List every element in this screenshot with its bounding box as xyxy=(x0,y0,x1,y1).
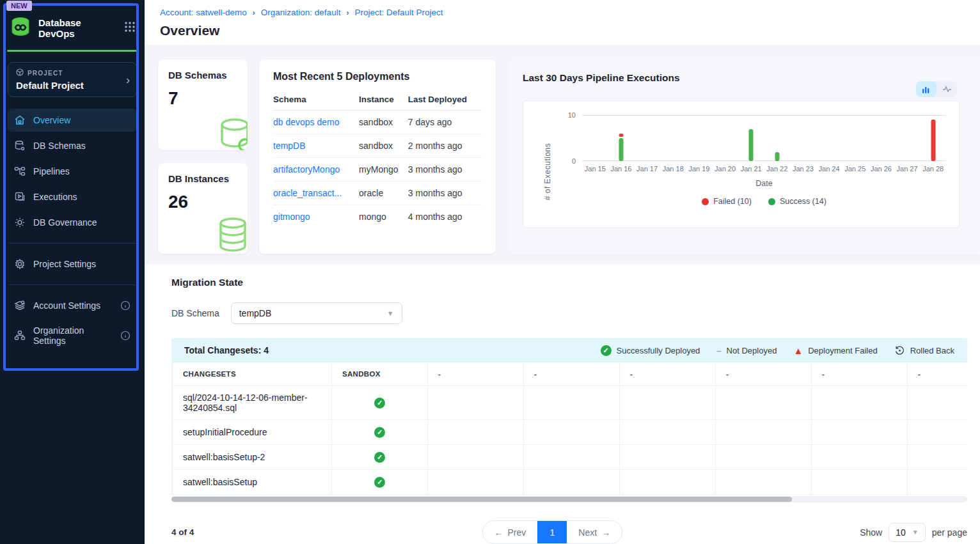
table-row: artifactoryMongomyMongo3 months ago xyxy=(273,158,482,182)
sidebar-item-organization-settings[interactable]: Organization Settings xyxy=(8,320,137,352)
success-bar[interactable] xyxy=(775,152,779,161)
breadcrumb-project[interactable]: Project: Default Project xyxy=(354,8,443,17)
x-tick: Jan 25 xyxy=(844,165,865,173)
empty-cell xyxy=(428,445,524,470)
changesets-col-header: - xyxy=(620,362,716,386)
breadcrumb-organization[interactable]: Organization: default xyxy=(261,8,341,17)
bar-chart-icon xyxy=(922,85,931,94)
schema-link[interactable]: gitmongo xyxy=(273,212,310,222)
breadcrumb-separator: › xyxy=(346,8,349,17)
info-icon[interactable] xyxy=(120,330,130,341)
chevron-right-icon: › xyxy=(126,73,130,86)
last-deployed-cell: 3 months ago xyxy=(408,182,482,205)
changeset-row: satwell:basisSetup✓ xyxy=(173,470,968,495)
last-deployed-cell: 3 months ago xyxy=(408,158,482,182)
schema-link[interactable]: tempDB xyxy=(273,141,306,151)
topbar: Account: satwell-demo › Organization: de… xyxy=(145,0,980,45)
changeset-name: satwell:basisSetup xyxy=(173,470,332,495)
horizontal-scrollbar[interactable] xyxy=(171,496,967,502)
changeset-name: sql/2024-10-14-12-06-member-34240854.sql xyxy=(173,386,332,420)
deployments-title: Most Recent 5 Deployments xyxy=(273,71,482,82)
status-legend: ✓Successfully Deployed–Not Deployed▲Depl… xyxy=(601,345,954,356)
migration-heading: Migration State xyxy=(171,277,967,288)
x-tick: Jan 27 xyxy=(897,165,918,173)
chart-title: Last 30 Days Pipeline Executions xyxy=(523,72,980,84)
empty-cell xyxy=(524,445,620,470)
play-square-icon xyxy=(14,191,26,203)
gear-outline-icon xyxy=(14,217,26,228)
x-tick: Jan 17 xyxy=(636,165,658,173)
org-chart-gear-icon xyxy=(14,330,26,341)
page-title: Overview xyxy=(160,23,965,38)
migration-state-section: Migration State DB Schema tempDB ▼ Total… xyxy=(145,264,980,544)
status-legend-item: ▲Deployment Failed xyxy=(793,346,877,355)
next-page-button[interactable]: Next → xyxy=(567,521,622,543)
page-number-button[interactable]: 1 xyxy=(537,521,567,543)
chart-legend: Failed (10)Success (14) xyxy=(582,197,946,206)
success-bar[interactable] xyxy=(619,138,623,161)
empty-cell xyxy=(428,420,524,445)
sidebar-item-account-settings[interactable]: Account Settings xyxy=(8,294,137,317)
app-grid-icon[interactable] xyxy=(124,21,136,35)
database-logo-icon xyxy=(9,15,32,41)
db-schema-select[interactable]: tempDB ▼ xyxy=(231,302,402,324)
bar-plot xyxy=(582,115,946,161)
brand-row: Database DevOps xyxy=(8,12,137,50)
empty-cell xyxy=(524,470,620,495)
sidebar-item-pipelines[interactable]: Pipelines xyxy=(8,160,137,183)
gear-icon xyxy=(14,258,26,270)
y-axis-title: # of Executions xyxy=(535,115,562,228)
breadcrumb-account[interactable]: Account: satwell-demo xyxy=(160,8,247,17)
y-tick: 10 xyxy=(568,111,576,119)
overview-cards-section: DB Schemas 7 DB Instances 26 xyxy=(145,45,980,264)
sidebar-item-db-governance[interactable]: DB Governance xyxy=(8,211,137,234)
x-tick: Jan 23 xyxy=(793,165,814,173)
changeset-row: satwell:basisSetup-2✓ xyxy=(173,445,968,470)
empty-cell xyxy=(812,386,908,420)
bar-chart-toggle[interactable] xyxy=(916,81,937,97)
arrow-left-icon: ← xyxy=(494,527,503,538)
line-chart-icon xyxy=(942,85,952,93)
status-legend-item: –Not Deployed xyxy=(716,346,777,355)
changesets-col-header: - xyxy=(908,362,968,386)
empty-cell xyxy=(524,420,620,445)
success-bar[interactable] xyxy=(749,129,754,161)
project-selector[interactable]: PROJECT Default Project › xyxy=(8,62,137,97)
deployment-failed-icon: ▲ xyxy=(793,346,803,355)
legend-dot-icon xyxy=(702,198,709,205)
schema-link[interactable]: artifactoryMongo xyxy=(273,164,340,175)
failed-bar[interactable] xyxy=(619,134,623,137)
x-tick: Jan 28 xyxy=(922,165,944,173)
sidebar-item-overview[interactable]: Overview xyxy=(8,109,137,132)
empty-cell xyxy=(716,470,812,495)
stat-label: DB Schemas xyxy=(168,70,237,81)
instance-cell: sandbox xyxy=(359,134,408,158)
failed-bar[interactable] xyxy=(931,120,935,161)
deploy-col-header: Last Deployed xyxy=(408,89,482,111)
home-icon xyxy=(14,114,26,126)
success-check-icon: ✓ xyxy=(374,477,385,488)
info-icon[interactable] xyxy=(120,300,130,311)
empty-cell xyxy=(716,420,812,445)
empty-cell xyxy=(524,386,620,420)
last-deployed-cell: 4 months ago xyxy=(408,205,482,229)
x-tick: Jan 26 xyxy=(871,165,892,173)
page-size-select[interactable]: 10 ▼ xyxy=(889,523,925,542)
prev-page-button[interactable]: ← Prev xyxy=(483,521,538,543)
line-chart-toggle[interactable] xyxy=(937,81,957,97)
changeset-name: satwell:basisSetup-2 xyxy=(173,445,332,470)
success-check-icon: ✓ xyxy=(374,452,385,463)
database-stack-icon xyxy=(212,215,248,254)
changeset-row: setupInitialProcedure✓ xyxy=(173,420,968,445)
deploy-col-header: Schema xyxy=(273,89,359,111)
sidebar-item-executions[interactable]: Executions xyxy=(8,185,137,208)
sidebar-item-db-schemas[interactable]: DB Schemas xyxy=(8,134,137,157)
schema-link[interactable]: db devops demo xyxy=(273,117,340,127)
instance-cell: sandbox xyxy=(359,111,408,134)
schema-link[interactable]: oracle_transact... xyxy=(273,188,342,198)
changesets-col-header: CHANGESETS xyxy=(173,362,332,386)
scrollbar-thumb[interactable] xyxy=(171,497,792,502)
empty-cell xyxy=(716,445,812,470)
x-tick: Jan 15 xyxy=(585,165,606,173)
sidebar-item-project-settings[interactable]: Project Settings xyxy=(8,253,137,276)
